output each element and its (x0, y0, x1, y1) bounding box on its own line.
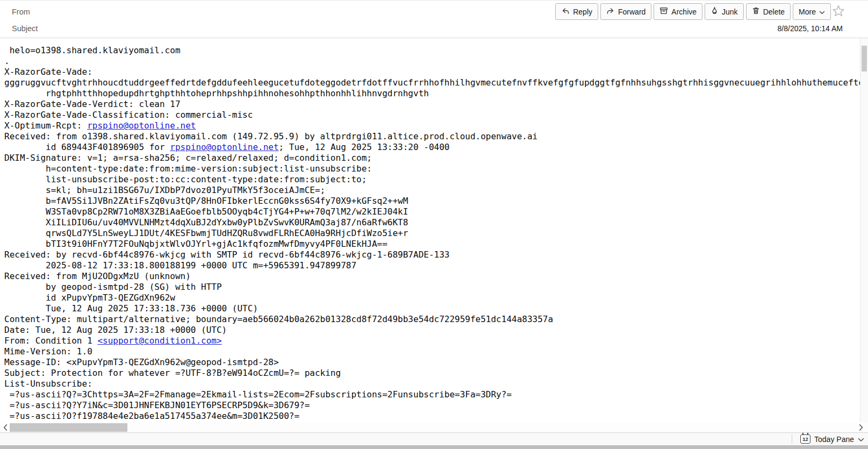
source-line: bTI3t9i0HFnY7T2FOuNqbjxtWlvOJYrl+gjAc1kf… (4, 239, 868, 250)
source-line: helo=o1398.shared.klaviyomail.com (4, 45, 868, 56)
source-line: List-Unsubscribe: (4, 379, 868, 389)
source-line: 2025-08-12 17:33:18.800188199 +0000 UTC … (4, 260, 868, 271)
source-line: Tue, 12 Aug 2025 17:33:18.736 +0000 (UTC… (4, 303, 868, 314)
forward-button[interactable]: Forward (600, 3, 651, 20)
source-line: gggruggvucftvghtrhhoucdtuddrgeeffedrtdef… (4, 77, 868, 88)
star-flag-icon[interactable] (832, 5, 845, 18)
source-line: Received: from o1398.shared.klaviyomail.… (4, 131, 868, 142)
reply-icon (561, 7, 570, 17)
source-line: qrwsQLd7Y5LnSweyLJ1DUt/4KESFbwmjTUdHZQRu… (4, 228, 868, 239)
source-line: X-Optimum-Rcpt: rpspino@optonline.net (4, 120, 868, 131)
message-toolbar: Reply Forward Archive Junk (555, 3, 831, 20)
calendar-icon: 12 (800, 434, 810, 444)
vertical-scrollbar-thumb[interactable] (862, 46, 867, 72)
message-header: From Subject Reply Forward Archive (0, 1, 868, 38)
scroll-right-arrow-icon[interactable] (857, 424, 865, 431)
source-line: =?us-ascii?Q?=3Chttps=3A=2F=2Fmanage=2Ek… (4, 389, 868, 400)
source-line: . (4, 56, 868, 67)
trash-icon (752, 6, 760, 17)
source-line: Date: Tue, 12 Aug 2025 17:33:18 +0000 (U… (4, 325, 868, 336)
email-link[interactable]: rpspino@optonline.net (87, 120, 196, 131)
vertical-scrollbar[interactable] (860, 39, 868, 423)
source-line: list-unsubscribe-post:to:cc:content-type… (4, 174, 868, 185)
delete-button-label: Delete (763, 8, 785, 16)
source-line: Mime-Version: 1.0 (4, 346, 868, 357)
source-line: h=content-type:date:from:mime-version:su… (4, 163, 868, 174)
from-label: From (12, 8, 30, 16)
statusbar-separator (792, 434, 792, 444)
source-line: id 689443F401896905 for rpspino@optonlin… (4, 142, 868, 153)
source-line: id xPupvYpmT3-QEZGdXn962w (4, 293, 868, 303)
archive-button[interactable]: Archive (654, 3, 702, 20)
message-date: 8/8/2025, 10:14 AM (778, 24, 843, 33)
status-bar: 12 Today Pane (0, 432, 868, 445)
source-line: s=kl; bh=u1zi1BSG67u/IXDbP7dvoz01PyuTMkY… (4, 185, 868, 196)
source-line: XiILiDIU6u/uv40MVVLNHMzt4dqXuBJ2dYxbw0yP… (4, 217, 868, 228)
junk-button[interactable]: Junk (705, 3, 744, 20)
delete-button[interactable]: Delete (746, 3, 791, 20)
source-line: b=fAV5Si1JVBn2ZAtiFsZq0vu3tQP/8HnOFIbker… (4, 196, 868, 206)
source-line: Subject: Protection for whatever =?UTF-8… (4, 368, 868, 379)
message-source-lines: helo=o1398.shared.klaviyomail.com.X-Razo… (4, 45, 868, 422)
junk-button-label: Junk (722, 8, 738, 16)
source-line: =?us-ascii?O?f197884e4e2ba6e1a517455a374… (4, 411, 868, 422)
email-link[interactable]: rpspino@optonline.net (170, 142, 278, 152)
today-pane-toggle[interactable]: 12 Today Pane (792, 433, 864, 445)
today-pane-chevron-down-icon (858, 435, 864, 444)
source-line: Received: by recvd-6bf44c8976-wkjcg with… (4, 250, 868, 260)
source-line: W3STa0vp8Cp2RW71oM8X3ZBiAaEGoefblb5OOyqb… (4, 206, 868, 217)
reply-button[interactable]: Reply (555, 3, 598, 20)
window-bottom-strip (0, 445, 868, 449)
archive-button-label: Archive (671, 8, 697, 16)
forward-button-label: Forward (618, 8, 645, 16)
reply-button-label: Reply (573, 8, 592, 16)
more-button[interactable]: More (793, 3, 831, 20)
horizontal-scrollbar-thumb[interactable] (10, 423, 127, 432)
source-line: X-RazorGate-Vade-Classification: commerc… (4, 110, 868, 120)
subject-label: Subject (12, 24, 38, 33)
message-source-view[interactable]: helo=o1398.shared.klaviyomail.com.X-Razo… (0, 39, 868, 423)
source-line: X-RazorGate-Vade-Verdict: clean 17 (4, 99, 868, 110)
source-line: Message-ID: <xPupvYpmT3-QEZGdXn962w@geop… (4, 357, 868, 368)
source-line: Content-Type: multipart/alternative; bou… (4, 314, 868, 325)
email-link[interactable]: <support@condition1.com> (97, 336, 221, 346)
scroll-left-arrow-icon[interactable] (1, 424, 10, 431)
source-line: by geopod-ismtpd-28 (SG) with HTTP (4, 282, 868, 293)
source-line: Received: from MjU2ODgxMzU (unknown) (4, 271, 868, 282)
horizontal-scrollbar[interactable] (0, 423, 868, 432)
more-button-label: More (799, 8, 816, 16)
source-line: =?us-ascii?Q?Y7iN&c=3D01JHNFEKBJN01EYT6P… (4, 400, 868, 411)
forward-icon (606, 7, 615, 17)
source-line: DKIM-Signature: v=1; a=rsa-sha256; c=rel… (4, 153, 868, 163)
junk-flame-icon (711, 6, 719, 17)
source-line: From: Condition 1 <support@condition1.co… (4, 336, 868, 346)
source-line: X-RazorGate-Vade: (4, 67, 868, 77)
source-line: rhgtphhtthhopedupdhrtghpthhtoheprhhpshhp… (4, 88, 868, 99)
chevron-down-icon (819, 8, 825, 16)
archive-icon (659, 6, 668, 17)
today-pane-label: Today Pane (814, 435, 854, 444)
